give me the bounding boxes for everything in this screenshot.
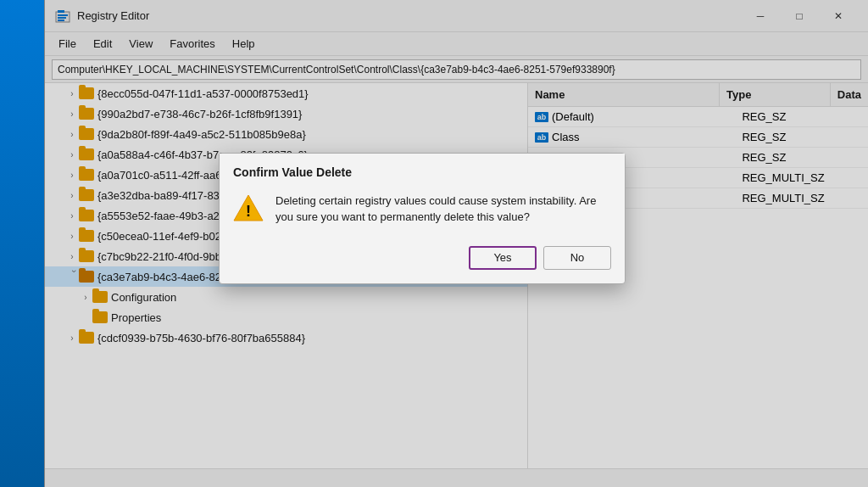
left-sidebar: [0, 0, 44, 487]
dialog-title: Confirm Value Delete: [220, 154, 625, 186]
svg-text:!: !: [246, 203, 251, 220]
no-button[interactable]: No: [543, 246, 611, 270]
dialog-body: ! Deleting certain registry values could…: [220, 186, 625, 239]
dialog-message: Deleting certain registry values could c…: [275, 193, 611, 226]
yes-button[interactable]: Yes: [469, 246, 537, 270]
warning-icon: !: [233, 193, 264, 223]
dialog-title-text: Confirm Value Delete: [233, 165, 352, 179]
confirm-dialog: Confirm Value Delete ! Deleting certain …: [219, 153, 626, 284]
dialog-footer: Yes No: [220, 239, 625, 283]
dialog-overlay: Confirm Value Delete ! Deleting certain …: [44, 0, 868, 487]
